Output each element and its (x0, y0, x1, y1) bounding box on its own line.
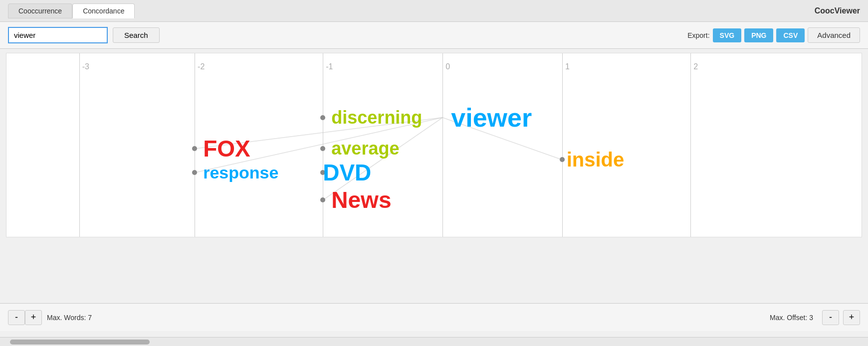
axis-label-2: 2 (693, 62, 698, 71)
dot-news (320, 197, 325, 202)
search-input[interactable] (8, 27, 108, 43)
advanced-button[interactable]: Advanced (808, 27, 860, 43)
axis-line-2 (690, 53, 691, 237)
word-discerning: discerning (331, 107, 422, 128)
tab-cooccurrence[interactable]: Cooccurrence (8, 3, 72, 18)
dot-inside (560, 157, 565, 162)
connection-lines (6, 53, 862, 237)
tab-concordance[interactable]: Concordance (72, 3, 135, 18)
dot-discerning (320, 115, 325, 120)
axis-line-minus1 (323, 53, 323, 237)
max-words-plus-button[interactable]: + (25, 310, 42, 325)
word-average: average (331, 138, 399, 159)
word-inside: inside (567, 149, 625, 171)
max-offset-minus-button[interactable]: - (822, 310, 839, 325)
export-section: Export: SVG PNG CSV Advanced (687, 27, 860, 43)
max-words-minus-button[interactable]: - (8, 310, 25, 325)
axis-line-1 (562, 53, 563, 237)
axis-label-minus2: -2 (198, 62, 205, 71)
word-fox: FOX (203, 135, 250, 162)
axis-line-minus2 (195, 53, 195, 237)
scrollbar-area[interactable] (0, 337, 868, 346)
max-words-label: Max. Words: 7 (47, 314, 92, 322)
max-offset-label: Max. Offset: 3 (770, 314, 813, 322)
word-response: response (203, 163, 278, 182)
dot-average (320, 146, 325, 151)
dot-response (192, 170, 197, 175)
app-title: CoocViewer (815, 6, 860, 15)
max-offset-plus-button[interactable]: + (843, 310, 860, 325)
axis-line-minus3 (79, 53, 80, 237)
export-png-button[interactable]: PNG (744, 28, 773, 42)
axis-line-0 (442, 53, 443, 237)
toolbar: Search Export: SVG PNG CSV Advanced (0, 22, 868, 49)
right-controls: Max. Offset: 3 - + (765, 310, 860, 325)
word-viewer: viewer (451, 103, 532, 133)
axis-label-minus3: -3 (82, 62, 89, 71)
axis-label-1: 1 (565, 62, 570, 71)
export-svg-button[interactable]: SVG (713, 28, 742, 42)
export-csv-button[interactable]: CSV (776, 28, 805, 42)
title-bar: Cooccurrence Concordance CoocViewer (0, 0, 868, 22)
axis-label-0: 0 (445, 62, 450, 71)
word-dvd: DVD (323, 159, 371, 186)
bottom-bar: - + Max. Words: 7 Max. Offset: 3 - + (0, 303, 868, 331)
scrollbar-thumb[interactable] (10, 340, 150, 345)
export-label: Export: (687, 31, 709, 39)
tab-bar: Cooccurrence Concordance (8, 3, 135, 18)
axis-label-minus1: -1 (326, 62, 333, 71)
word-news: News (331, 186, 391, 213)
visualization-area: -3 -2 -1 0 1 2 viewer discerning FOX ave… (6, 53, 862, 237)
dot-fox (192, 146, 197, 151)
search-button[interactable]: Search (113, 27, 160, 43)
